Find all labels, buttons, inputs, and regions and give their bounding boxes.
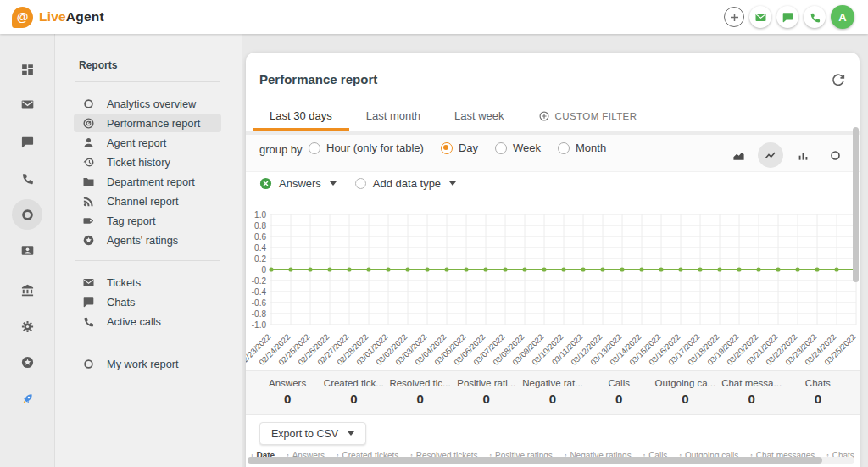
add-new-button[interactable] [724, 7, 744, 27]
performance-chart: 1.00.80.60.40.20-0.2-0.4-0.6-0.8-1.002/2… [253, 210, 858, 370]
stat-value: 0 [586, 392, 652, 406]
sidebar-item-label: Active calls [107, 315, 161, 328]
stat-label: Outgoing ca... [652, 378, 718, 388]
sidebar-item-channel-report[interactable]: Channel report [74, 192, 221, 210]
new-call-button[interactable] [804, 6, 826, 28]
tab-label: Last week [454, 109, 504, 122]
performance-report-card: Performance report Last 30 daysLast mont… [246, 53, 860, 467]
sidebar-item-tickets[interactable]: Tickets [74, 273, 221, 292]
stat-value: 0 [719, 392, 785, 406]
add-data-type-button[interactable]: Add data type [355, 177, 456, 190]
horizontal-scrollbar-thumb[interactable] [248, 457, 822, 464]
brand-logo: @ LiveAgent [12, 7, 104, 28]
rail-item-ratings[interactable] [14, 348, 41, 375]
phone-icon [809, 11, 821, 24]
rail-item-getting-started[interactable] [14, 385, 41, 412]
mail-icon [82, 275, 96, 289]
new-ticket-button[interactable] [749, 6, 771, 28]
export-csv-button[interactable]: Export to CSV [259, 422, 366, 445]
svg-text:0.2: 0.2 [254, 254, 266, 264]
radio-label: Week [513, 142, 541, 154]
svg-text:0.6: 0.6 [254, 232, 266, 242]
radio-week[interactable]: Week [495, 142, 541, 154]
sidebar-item-label: Analytics overview [107, 97, 196, 110]
add-data-type-label: Add data type [373, 177, 441, 190]
series-chip-label: Answers [279, 177, 321, 190]
stat-answers: Answers0 [254, 371, 320, 414]
area-chart-button[interactable] [726, 142, 751, 168]
series-chip-answers[interactable]: Answers [259, 177, 337, 190]
svg-text:-0.4: -0.4 [252, 287, 267, 297]
sidebar-item-label: Performance report [107, 117, 200, 130]
svg-text:-0.6: -0.6 [252, 298, 267, 308]
groupby-row: group by Hour (only for table)DayWeekMon… [246, 135, 860, 172]
horizontal-scrollbar[interactable] [248, 457, 854, 464]
stat-chat-messa: Chat messa...0 [719, 371, 785, 414]
sidebar-item-agents-ratings[interactable]: Agents' ratings [74, 231, 221, 249]
radio-label: Month [576, 142, 606, 154]
tab-custom-filter[interactable]: CUSTOM FILTER [521, 103, 654, 131]
sidebar-item-chats[interactable]: Chats [74, 292, 221, 311]
sidebar-item-label: Chats [107, 296, 135, 309]
stat-chats: Chats0 [785, 371, 851, 414]
stat-resolved-tic: Resolved tic...0 [387, 371, 453, 414]
mail-icon [20, 97, 35, 112]
export-csv-label: Export to CSV [271, 428, 338, 440]
user-avatar[interactable]: A [831, 5, 854, 29]
radio-month[interactable]: Month [558, 142, 606, 154]
sidebar-item-ticket-history[interactable]: Ticket history [74, 153, 221, 171]
tab-last-month[interactable]: Last month [349, 103, 437, 131]
remove-series-icon[interactable] [259, 177, 272, 190]
chart-area-icon [732, 149, 745, 162]
left-rail [0, 34, 55, 467]
radio-icon [441, 142, 453, 154]
sidebar-item-tag-report[interactable]: Tag report [74, 211, 221, 230]
sidebar-item-active-calls[interactable]: Active calls [74, 312, 221, 331]
stat-value: 0 [785, 392, 851, 406]
chat-icon [20, 135, 35, 149]
radio-icon [495, 142, 507, 154]
liveagent-logo-icon: @ [12, 7, 33, 28]
brand-agent: Agent [66, 9, 104, 24]
chart-type-toolbar [726, 142, 848, 168]
sidebar-item-label: Department report [107, 175, 195, 188]
stat-value: 0 [254, 392, 320, 406]
phone-icon [82, 314, 96, 328]
refresh-button[interactable] [829, 71, 848, 90]
tab-last-week[interactable]: Last week [437, 103, 521, 131]
tab-label: Last 30 days [270, 109, 332, 122]
line-chart-button[interactable] [758, 142, 783, 168]
topbar-actions: A [724, 5, 854, 29]
circle-icon [82, 97, 96, 110]
rail-item-tickets[interactable] [14, 91, 41, 118]
chevron-down-icon [330, 181, 337, 186]
sidebar-item-analytics-overview[interactable]: Analytics overview [74, 94, 221, 113]
radio-day[interactable]: Day [441, 142, 478, 154]
bar-chart-button[interactable] [790, 142, 815, 168]
sidebar-item-agent-report[interactable]: Agent report [74, 133, 221, 152]
donut-chart-button[interactable] [822, 142, 848, 168]
new-chat-button[interactable] [776, 6, 798, 28]
rail-item-company[interactable] [14, 276, 41, 303]
stat-value: 0 [320, 392, 387, 406]
sidebar-item-performance-report[interactable]: Performance report [74, 114, 221, 132]
sidebar-item-label: My work report [107, 358, 179, 370]
stat-created-tick: Created tick...0 [320, 371, 387, 414]
page-title: Performance report [259, 72, 377, 86]
stat-label: Resolved tic... [387, 378, 453, 388]
rail-item-contacts[interactable] [14, 236, 41, 264]
rail-item-chats[interactable] [14, 128, 41, 155]
radio-hour-only-for-table[interactable]: Hour (only for table) [309, 142, 424, 154]
rail-item-settings[interactable] [14, 313, 41, 340]
rail-item-reports[interactable] [12, 199, 42, 230]
rail-item-calls[interactable] [14, 164, 41, 192]
rail-item-dashboard[interactable] [14, 56, 41, 83]
vertical-scrollbar[interactable] [853, 127, 859, 282]
sidebar-item-label: Tag report [107, 214, 156, 227]
sidebar-item-my-work-report[interactable]: My work report [74, 354, 221, 373]
sidebar-item-label: Agents' ratings [107, 234, 178, 247]
sidebar-item-department-report[interactable]: Department report [74, 172, 221, 191]
stat-label: Chats [785, 378, 851, 388]
tab-last-30-days[interactable]: Last 30 days [253, 103, 349, 131]
radio-label: Day [459, 142, 478, 154]
